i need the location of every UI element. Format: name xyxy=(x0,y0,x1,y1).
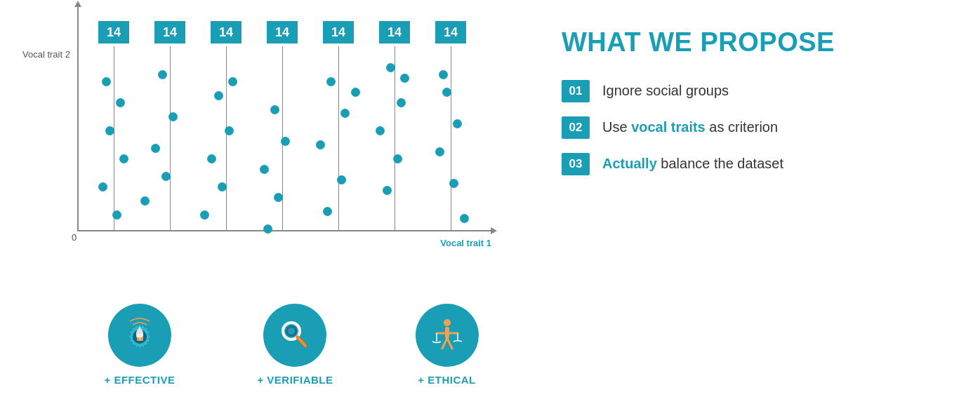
dot-37 xyxy=(449,179,458,188)
axes-container: Vocal trait 2 0 Vocal trait 1 1414141414… xyxy=(21,21,512,260)
dot-21 xyxy=(263,224,272,234)
proposal-item-01: 01 Ignore social groups xyxy=(562,80,952,102)
col-line-1 xyxy=(170,46,171,230)
icon-item-ethical: + ETHICAL xyxy=(416,304,479,386)
col-header-1: 14 xyxy=(154,21,185,43)
x-axis-label: Vocal trait 1 xyxy=(440,238,491,248)
dot-12 xyxy=(225,126,234,135)
col-line-0 xyxy=(114,46,114,230)
dot-7 xyxy=(168,112,178,121)
dot-27 xyxy=(351,88,360,97)
verifiable-icon-circle xyxy=(263,304,326,367)
dot-0 xyxy=(102,77,111,86)
dot-35 xyxy=(453,119,462,128)
col-line-4 xyxy=(338,46,339,230)
dot-19 xyxy=(260,165,269,174)
y-axis xyxy=(77,7,79,231)
col-line-6 xyxy=(451,46,451,230)
dot-18 xyxy=(281,137,290,146)
dot-34 xyxy=(442,88,451,97)
proposal-02-pre: Use xyxy=(602,119,631,135)
svg-rect-5 xyxy=(140,337,143,341)
proposal-03-post: balance the dataset xyxy=(657,156,783,171)
col-header-2: 14 xyxy=(211,21,241,43)
dot-28 xyxy=(386,63,395,72)
ethical-icon-circle xyxy=(416,304,479,367)
dot-4 xyxy=(98,182,107,191)
dot-2 xyxy=(105,126,114,135)
chart-area: Vocal trait 2 0 Vocal trait 1 1414141414… xyxy=(21,14,519,285)
verifiable-label: + VERIFIABLE xyxy=(257,374,333,386)
dot-36 xyxy=(435,147,444,156)
proposal-item-03: 03 Actually balance the dataset xyxy=(562,153,952,175)
dot-20 xyxy=(274,193,283,202)
icon-item-verifiable: + VERIFIABLE xyxy=(257,304,333,386)
dot-11 xyxy=(214,91,223,100)
dot-29 xyxy=(397,98,406,107)
col-header-0: 14 xyxy=(98,21,129,43)
dot-39 xyxy=(439,70,448,79)
col-line-5 xyxy=(395,46,395,230)
dot-30 xyxy=(376,126,385,135)
svg-point-9 xyxy=(288,328,295,335)
dot-10 xyxy=(140,196,150,206)
dot-22 xyxy=(326,77,336,86)
effective-icon xyxy=(115,311,164,360)
proposal-01-text: Ignore social groups xyxy=(602,83,729,98)
proposal-list: 01 Ignore social groups 02 Use vocal tra… xyxy=(562,80,952,175)
dot-13 xyxy=(207,154,216,163)
dot-17 xyxy=(270,105,279,114)
dot-5 xyxy=(112,210,121,220)
right-panel: WHAT WE PROPOSE 01 Ignore social groups … xyxy=(534,0,980,404)
proposal-item-02: 02 Use vocal traits as criterion xyxy=(562,116,952,139)
col-header-5: 14 xyxy=(379,21,410,43)
y-axis-label: Vocal trait 2 xyxy=(22,49,70,60)
dot-32 xyxy=(383,186,392,195)
dot-25 xyxy=(337,175,346,184)
icon-item-effective: + EFFECTIVE xyxy=(104,304,175,386)
ethical-icon xyxy=(423,311,472,360)
page-title: WHAT WE PROPOSE xyxy=(562,28,952,58)
bottom-icons-row: + EFFECTIVE + VERIFIABLE xyxy=(21,285,519,397)
dot-33 xyxy=(400,74,409,83)
proposal-text-01: Ignore social groups xyxy=(602,83,729,99)
dot-1 xyxy=(116,98,125,107)
col-header-4: 14 xyxy=(323,21,354,43)
left-panel: Vocal trait 2 0 Vocal trait 1 1414141414… xyxy=(0,0,534,404)
verifiable-icon xyxy=(270,311,319,360)
chart-inner: 0 Vocal trait 1 14141414141414 xyxy=(77,21,491,252)
proposal-text-02: Use vocal traits as criterion xyxy=(602,119,778,135)
dot-23 xyxy=(340,109,350,118)
ethical-label: + ETHICAL xyxy=(418,374,475,386)
dot-24 xyxy=(316,140,325,149)
svg-point-13 xyxy=(444,319,451,326)
dot-14 xyxy=(218,182,227,191)
dot-38 xyxy=(460,214,469,223)
dot-8 xyxy=(151,144,160,153)
proposal-02-post: as criterion xyxy=(706,119,778,135)
dot-6 xyxy=(158,70,167,79)
proposal-num-03: 03 xyxy=(562,153,590,175)
dot-15 xyxy=(200,210,209,220)
effective-label: + EFFECTIVE xyxy=(104,374,175,386)
dot-9 xyxy=(161,172,171,181)
svg-rect-4 xyxy=(137,337,140,341)
dot-26 xyxy=(323,207,332,216)
col-header-6: 14 xyxy=(435,21,466,43)
proposal-02-highlight: vocal traits xyxy=(631,119,706,135)
col-line-2 xyxy=(226,46,227,230)
col-header-3: 14 xyxy=(267,21,298,43)
dot-3 xyxy=(119,154,128,163)
dot-31 xyxy=(393,154,402,163)
zero-label: 0 xyxy=(72,232,77,243)
effective-icon-circle xyxy=(108,304,171,367)
proposal-num-02: 02 xyxy=(562,116,590,139)
proposal-03-highlight: Actually xyxy=(602,156,657,171)
proposal-num-01: 01 xyxy=(562,80,590,102)
dot-16 xyxy=(228,77,237,86)
proposal-text-03: Actually balance the dataset xyxy=(602,156,783,172)
x-axis xyxy=(77,230,491,231)
